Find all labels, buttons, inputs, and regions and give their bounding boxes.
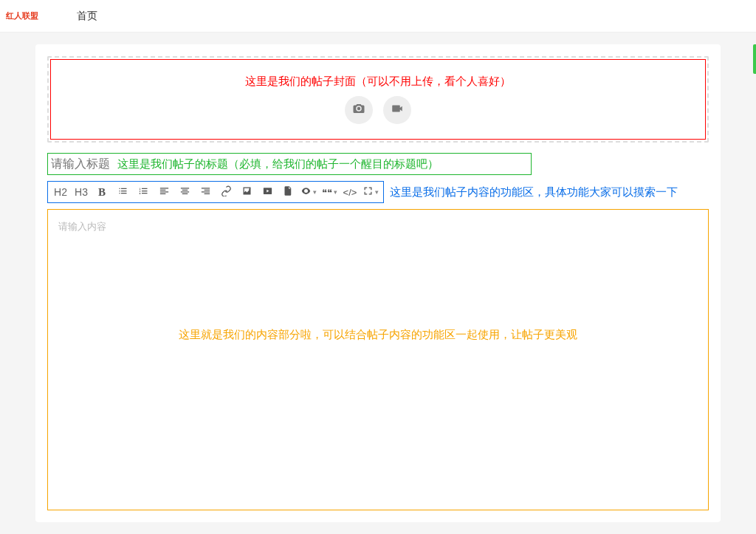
content-annotation: 这里就是我们的内容部分啦，可以结合帖子内容的功能区一起使用，让帖子更美观 [48, 328, 708, 342]
unordered-list-button[interactable] [113, 184, 132, 200]
eye-icon [300, 185, 312, 199]
site-logo: 红人联盟 [6, 6, 38, 27]
fullscreen-button[interactable] [361, 184, 380, 200]
video-icon [391, 102, 404, 118]
align-right-icon [200, 185, 211, 199]
file-icon [283, 185, 294, 199]
nav-home-link[interactable]: 首页 [77, 10, 97, 23]
image-button[interactable] [237, 184, 256, 200]
expand-icon [362, 185, 374, 199]
heading2-button[interactable]: H2 [51, 184, 70, 200]
content-editor[interactable]: 请输入内容 这里就是我们的内容部分啦，可以结合帖子内容的功能区一起使用，让帖子更… [47, 209, 709, 510]
visibility-button[interactable] [299, 184, 318, 200]
title-input[interactable] [48, 154, 531, 174]
image-icon [241, 185, 252, 199]
upload-photo-button[interactable] [345, 96, 373, 124]
bold-button[interactable]: B [92, 184, 111, 200]
video-clip-icon [262, 185, 273, 199]
editor-card: 这里是我们的帖子封面（可以不用上传，看个人喜好） 这里是我们帖子的标题（必填，给… [35, 44, 721, 522]
toolbar-row: H2 H3 B [47, 181, 709, 203]
align-right-button[interactable] [196, 184, 215, 200]
title-section: 这里是我们帖子的标题（必填，给我们的帖子一个醒目的标题吧） [47, 153, 532, 175]
side-tab[interactable] [753, 44, 756, 74]
camera-icon [352, 102, 365, 118]
align-center-button[interactable] [175, 184, 194, 200]
align-center-icon [179, 185, 190, 199]
align-left-button[interactable] [154, 184, 173, 200]
editor-toolbar: H2 H3 B [47, 181, 384, 203]
list-ol-icon [138, 185, 149, 199]
cover-upload-section: 这里是我们的帖子封面（可以不用上传，看个人喜好） [47, 56, 709, 143]
content-placeholder: 请输入内容 [58, 220, 698, 233]
top-bar: 红人联盟 首页 [0, 0, 756, 32]
code-button[interactable]: </> [340, 184, 360, 200]
upload-buttons [58, 96, 698, 124]
align-left-icon [159, 185, 170, 199]
toolbar-annotation: 这里是我们帖子内容的功能区，具体功能大家可以摸索一下 [390, 185, 678, 199]
list-ul-icon [117, 185, 128, 199]
link-button[interactable] [216, 184, 236, 200]
link-icon [221, 185, 232, 199]
heading3-button[interactable]: H3 [72, 184, 91, 200]
file-button[interactable] [278, 184, 298, 200]
ordered-list-button[interactable] [134, 184, 153, 200]
upload-video-button[interactable] [383, 96, 411, 124]
cover-annotation: 这里是我们的帖子封面（可以不用上传，看个人喜好） [58, 75, 698, 89]
quote-button[interactable]: ❝❝ [320, 184, 339, 200]
cover-inner: 这里是我们的帖子封面（可以不用上传，看个人喜好） [50, 59, 706, 140]
video-button[interactable] [258, 184, 277, 200]
